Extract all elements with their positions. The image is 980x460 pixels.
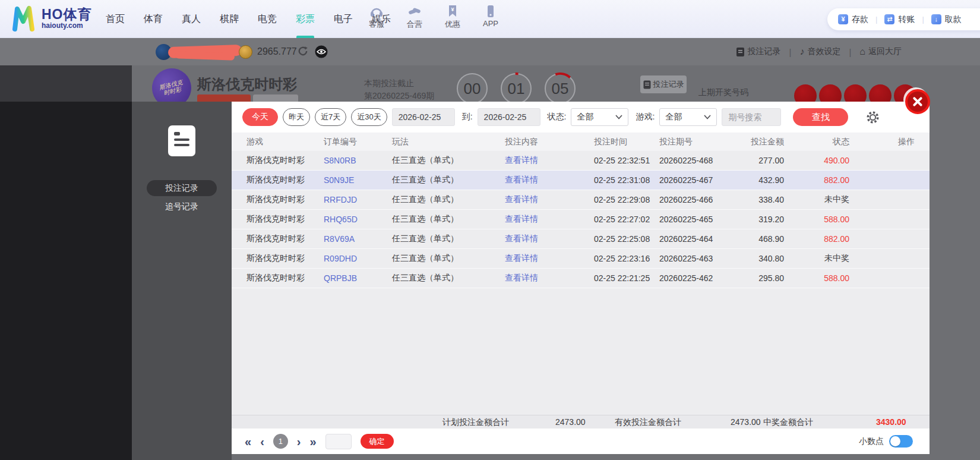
table-row[interactable]: 斯洛伐克时时彩 RHQ65D 任三直选（单式） 查看详情 02-25 22:27… bbox=[232, 210, 930, 229]
refresh-balance-button[interactable] bbox=[298, 46, 308, 59]
cell-order-number[interactable]: S0N9JE bbox=[324, 175, 392, 185]
cell-status: 490.00 bbox=[784, 156, 849, 165]
customer-service-link[interactable]: 客服 bbox=[363, 5, 390, 30]
cell-amount: 340.80 bbox=[736, 254, 784, 263]
first-page-button[interactable]: « bbox=[245, 436, 251, 448]
cell-game: 斯洛伐克时时彩 bbox=[246, 253, 324, 264]
refresh-icon bbox=[298, 46, 308, 56]
table-row[interactable]: 斯洛伐克时时彩 S8N0RB 任三直选（单式） 查看详情 02-25 22:32… bbox=[232, 151, 930, 171]
cell-status: 882.00 bbox=[784, 234, 849, 244]
confirm-page-button[interactable]: 确定 bbox=[361, 434, 394, 449]
prev-page-button[interactable]: ‹ bbox=[260, 436, 264, 448]
nav-item[interactable]: 体育 bbox=[143, 0, 164, 38]
cell-bet-time: 02-25 22:27:02 bbox=[594, 215, 659, 224]
table-row[interactable]: 斯洛伐克时时彩 R09DHD 任三直选（单式） 查看详情 02-25 22:23… bbox=[232, 249, 930, 269]
view-details-link[interactable]: 查看详情 bbox=[505, 273, 594, 283]
cell-play-type: 任三直选（单式） bbox=[392, 175, 505, 185]
view-details-link[interactable]: 查看详情 bbox=[505, 175, 594, 185]
period-deadline: 本期投注截止 第20260225-469期 bbox=[364, 77, 434, 102]
cell-bet-time: 02-25 22:23:16 bbox=[594, 254, 659, 263]
logo[interactable]: HO体育 haiouty.com bbox=[10, 5, 92, 31]
toggle-balance-visibility[interactable] bbox=[315, 45, 328, 61]
promotions-link[interactable]: ¥ 优惠 bbox=[440, 5, 466, 30]
view-details-link[interactable]: 查看详情 bbox=[505, 253, 594, 264]
close-button[interactable] bbox=[905, 89, 930, 114]
period-search-input[interactable] bbox=[722, 108, 781, 126]
game-select[interactable]: 全部 bbox=[659, 108, 717, 126]
tab-chase-record[interactable]: 追号记录 bbox=[132, 201, 232, 212]
date-to-input[interactable] bbox=[478, 108, 540, 126]
decimal-setting: 小数点 bbox=[859, 429, 913, 454]
cell-amount: 277.00 bbox=[736, 156, 784, 165]
page: HO体育 haiouty.com 首页 体育 真人 棋牌 电竞 彩票 电子 娱乐 bbox=[0, 0, 980, 460]
decimal-toggle[interactable] bbox=[889, 435, 913, 448]
table-row[interactable]: 斯洛伐克时时彩 QRPBJB 任三直选（单式） 查看详情 02-25 22:21… bbox=[232, 269, 930, 288]
quick-links: 客服 合营 ¥ 优惠 APP bbox=[363, 5, 504, 30]
view-details-link[interactable]: 查看详情 bbox=[505, 155, 594, 166]
bet-record-modal: 今天 昨天 近7天 近30天 到: 状态: 全部 游戏: 全部 bbox=[232, 102, 930, 454]
cell-order-number[interactable]: R09DHD bbox=[324, 254, 392, 263]
main-nav: 首页 体育 真人 棋牌 电竞 彩票 电子 娱乐 bbox=[105, 0, 392, 38]
tab-bet-record[interactable]: 投注记录 bbox=[147, 180, 217, 196]
plan-total-value: 2473.00 bbox=[555, 417, 586, 427]
back-to-lobby-link[interactable]: ⌂ 返回大厅 bbox=[859, 46, 902, 57]
status-label: 状态: bbox=[548, 112, 567, 122]
withdraw-button[interactable]: ↓ 取款 bbox=[931, 14, 962, 25]
filter-bar: 今天 昨天 近7天 近30天 到: 状态: 全部 游戏: 全部 bbox=[232, 102, 930, 133]
cell-status: 882.00 bbox=[784, 175, 849, 185]
nav-item[interactable]: 首页 bbox=[105, 0, 126, 38]
date-from-input[interactable] bbox=[392, 108, 455, 126]
nav-item[interactable]: 棋牌 bbox=[219, 0, 240, 38]
user-bar-links: 投注记录 | ♪ 音效设定 | ⌂ 返回大厅 bbox=[736, 38, 902, 65]
search-button[interactable]: 查找 bbox=[793, 108, 848, 126]
transfer-icon: ⇄ bbox=[884, 14, 894, 24]
page-jump-input[interactable] bbox=[325, 434, 352, 449]
nav-item[interactable]: 电竞 bbox=[257, 0, 278, 38]
cell-play-type: 任三直选（单式） bbox=[392, 253, 505, 264]
cell-bet-time: 02-25 22:29:08 bbox=[594, 195, 659, 204]
cell-order-number[interactable]: QRPBJB bbox=[324, 273, 392, 283]
cell-order-number[interactable]: RHQ65D bbox=[324, 215, 392, 224]
status-select[interactable]: 全部 bbox=[571, 108, 628, 126]
transfer-button[interactable]: ⇄ 转账 bbox=[884, 14, 915, 25]
sound-settings-link[interactable]: ♪ 音效设定 bbox=[799, 46, 840, 57]
view-details-link[interactable]: 查看详情 bbox=[505, 234, 594, 244]
cell-amount: 432.90 bbox=[736, 175, 784, 185]
cell-order-number[interactable]: S8N0RB bbox=[324, 156, 392, 165]
cell-bet-time: 02-25 22:21:25 bbox=[594, 273, 659, 283]
table-row[interactable]: 斯洛伐克时时彩 S0N9JE 任三直选（单式） 查看详情 02-25 22:31… bbox=[232, 171, 930, 190]
deposit-button[interactable]: ¥ 存款 bbox=[838, 14, 868, 25]
date-range-pill[interactable]: 今天 bbox=[242, 108, 278, 126]
redaction-scribble bbox=[175, 51, 235, 60]
app-download-link[interactable]: APP bbox=[478, 5, 504, 30]
table-row[interactable]: 斯洛伐克时时彩 R8V69A 任三直选（单式） 查看详情 02-25 22:25… bbox=[232, 229, 930, 249]
cell-order-number[interactable]: R8V69A bbox=[324, 234, 392, 244]
partner-link[interactable]: 合营 bbox=[402, 5, 428, 30]
date-range-pill[interactable]: 昨天 bbox=[283, 108, 310, 126]
bet-record-button[interactable]: 投注记录 bbox=[640, 75, 687, 93]
plan-total-label: 计划投注金额合计 bbox=[442, 417, 509, 428]
view-details-link[interactable]: 查看详情 bbox=[505, 194, 594, 205]
cell-period: 20260225-463 bbox=[659, 254, 736, 263]
view-details-link[interactable]: 查看详情 bbox=[505, 214, 594, 225]
current-page[interactable]: 1 bbox=[273, 434, 288, 449]
settings-button[interactable] bbox=[866, 111, 880, 124]
win-total-value: 3430.00 bbox=[876, 417, 906, 427]
date-range-pill[interactable]: 近30天 bbox=[351, 108, 387, 126]
nav-item[interactable]: 电子 bbox=[333, 0, 354, 38]
home-icon: ⌂ bbox=[859, 47, 865, 56]
nav-item[interactable]: 彩票 bbox=[295, 0, 316, 38]
decimal-label: 小数点 bbox=[859, 436, 884, 447]
cell-order-number[interactable]: RRFDJD bbox=[324, 195, 392, 204]
nav-item[interactable]: 真人 bbox=[181, 0, 202, 38]
bet-record-link[interactable]: 投注记录 bbox=[736, 46, 781, 57]
date-range-pill[interactable]: 近7天 bbox=[315, 108, 346, 126]
eye-icon bbox=[315, 45, 328, 58]
table-row[interactable]: 斯洛伐克时时彩 RRFDJD 任三直选（单式） 查看详情 02-25 22:29… bbox=[232, 190, 930, 210]
document-icon bbox=[736, 47, 745, 57]
next-page-button[interactable]: › bbox=[297, 436, 301, 448]
last-page-button[interactable]: » bbox=[309, 436, 316, 448]
divider: | bbox=[849, 47, 851, 57]
record-document-icon bbox=[168, 125, 195, 156]
toggle-knob bbox=[890, 436, 900, 446]
